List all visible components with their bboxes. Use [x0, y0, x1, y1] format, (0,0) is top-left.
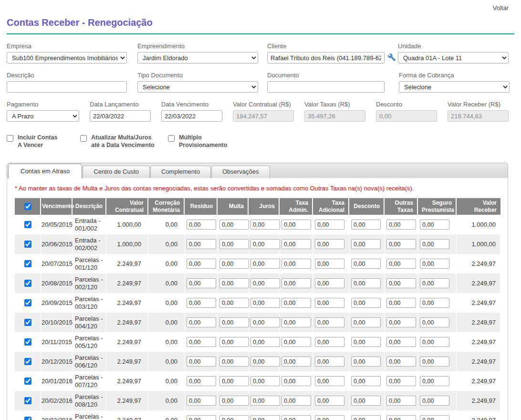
taxa-admin-input[interactable] [281, 298, 311, 308]
multa-input[interactable] [219, 396, 249, 406]
desconto-row-input[interactable] [351, 317, 381, 327]
row-select-checkbox[interactable] [24, 397, 31, 404]
tipo-documento-select[interactable]: Selecione [137, 81, 258, 93]
multa-input[interactable] [219, 220, 249, 230]
residuo-input[interactable] [187, 396, 216, 406]
atualizar-multa-checkbox[interactable] [80, 135, 87, 142]
outras-taxas-input[interactable] [386, 278, 416, 288]
residuo-input[interactable] [187, 317, 216, 327]
taxa-admin-input[interactable] [281, 376, 311, 386]
taxa-adicional-input[interactable] [315, 357, 344, 367]
empreendimento-select[interactable]: Jardim Eldorado [137, 52, 258, 63]
outras-taxas-input[interactable] [386, 298, 416, 308]
empresa-select[interactable]: Sub100 Empreendimentos Imobiliários [7, 52, 127, 63]
multa-input[interactable] [219, 298, 249, 308]
tab-contas-em-atraso[interactable]: Contas em Atraso [8, 164, 82, 178]
taxa-adicional-input[interactable] [315, 376, 344, 386]
incluir-contas-checkbox[interactable] [7, 135, 13, 142]
residuo-input[interactable] [187, 278, 216, 288]
desconto-row-input[interactable] [351, 415, 381, 420]
tab-observacoes[interactable]: Observações [211, 166, 270, 178]
taxa-adicional-input[interactable] [315, 415, 344, 420]
juros-input[interactable] [250, 415, 280, 420]
seguro-prestamista-input[interactable] [420, 220, 449, 230]
row-select-checkbox[interactable] [24, 241, 31, 248]
pagamento-select[interactable]: A Prazo [7, 110, 79, 122]
row-select-checkbox[interactable] [24, 260, 31, 267]
seguro-prestamista-input[interactable] [420, 239, 449, 249]
juros-input[interactable] [250, 396, 280, 406]
taxa-adicional-input[interactable] [315, 220, 344, 230]
outras-taxas-input[interactable] [386, 415, 416, 420]
voltar-link[interactable]: Voltar [493, 4, 509, 11]
residuo-input[interactable] [187, 337, 216, 347]
seguro-prestamista-input[interactable] [420, 298, 449, 308]
forma-cobranca-select[interactable]: Selecione [399, 81, 510, 93]
row-select-checkbox[interactable] [24, 378, 31, 385]
outras-taxas-input[interactable] [386, 337, 416, 347]
outras-taxas-input[interactable] [386, 357, 416, 367]
unidade-select[interactable]: Quadra 01A - Lote 11 [398, 52, 509, 63]
seguro-prestamista-input[interactable] [420, 396, 449, 406]
outras-taxas-input[interactable] [386, 396, 416, 406]
row-select-checkbox[interactable] [24, 221, 31, 228]
multa-input[interactable] [219, 357, 249, 367]
row-select-checkbox[interactable] [24, 299, 31, 306]
juros-input[interactable] [250, 298, 280, 308]
taxa-adicional-input[interactable] [315, 259, 344, 269]
juros-input[interactable] [250, 317, 280, 327]
desconto-row-input[interactable] [351, 376, 381, 386]
select-all-checkbox[interactable] [24, 203, 31, 210]
taxa-admin-input[interactable] [281, 337, 311, 347]
desconto-row-input[interactable] [351, 396, 381, 406]
taxa-adicional-input[interactable] [315, 298, 344, 308]
taxa-adicional-input[interactable] [315, 317, 344, 327]
juros-input[interactable] [250, 357, 280, 367]
taxa-admin-input[interactable] [281, 396, 311, 406]
residuo-input[interactable] [187, 220, 216, 230]
taxa-admin-input[interactable] [281, 357, 311, 367]
multa-input[interactable] [219, 317, 249, 327]
row-select-checkbox[interactable] [24, 280, 31, 287]
juros-input[interactable] [250, 239, 280, 249]
tab-complemento[interactable]: Complemento [150, 166, 211, 178]
multa-input[interactable] [219, 337, 249, 347]
residuo-input[interactable] [187, 415, 216, 420]
row-select-checkbox[interactable] [24, 417, 31, 420]
residuo-input[interactable] [187, 357, 216, 367]
row-select-checkbox[interactable] [24, 338, 31, 346]
desconto-row-input[interactable] [351, 337, 381, 347]
juros-input[interactable] [250, 337, 280, 347]
desconto-row-input[interactable] [351, 278, 381, 288]
outras-taxas-input[interactable] [386, 239, 416, 249]
seguro-prestamista-input[interactable] [420, 317, 449, 327]
seguro-prestamista-input[interactable] [420, 357, 449, 367]
seguro-prestamista-input[interactable] [420, 337, 449, 347]
taxa-adicional-input[interactable] [315, 278, 344, 288]
residuo-input[interactable] [187, 298, 216, 308]
cliente-input[interactable] [267, 52, 385, 63]
juros-input[interactable] [250, 278, 280, 288]
taxa-admin-input[interactable] [281, 278, 311, 288]
taxa-admin-input[interactable] [281, 415, 311, 420]
multa-input[interactable] [219, 376, 249, 386]
taxa-admin-input[interactable] [281, 259, 311, 269]
documento-input[interactable] [267, 81, 385, 93]
seguro-prestamista-input[interactable] [420, 259, 449, 269]
seguro-prestamista-input[interactable] [420, 278, 449, 288]
taxa-admin-input[interactable] [281, 317, 311, 327]
seguro-prestamista-input[interactable] [420, 376, 449, 386]
juros-input[interactable] [250, 259, 280, 269]
tab-centro-de-custo[interactable]: Centro de Custo [83, 166, 150, 178]
desconto-row-input[interactable] [351, 239, 381, 249]
taxa-admin-input[interactable] [281, 239, 311, 249]
taxa-adicional-input[interactable] [315, 239, 344, 249]
multa-input[interactable] [219, 278, 249, 288]
juros-input[interactable] [250, 376, 280, 386]
row-select-checkbox[interactable] [24, 358, 31, 365]
residuo-input[interactable] [187, 239, 216, 249]
cliente-tools-button[interactable] [385, 52, 396, 63]
desconto-row-input[interactable] [351, 259, 381, 269]
outras-taxas-input[interactable] [386, 259, 416, 269]
desconto-row-input[interactable] [351, 298, 381, 308]
